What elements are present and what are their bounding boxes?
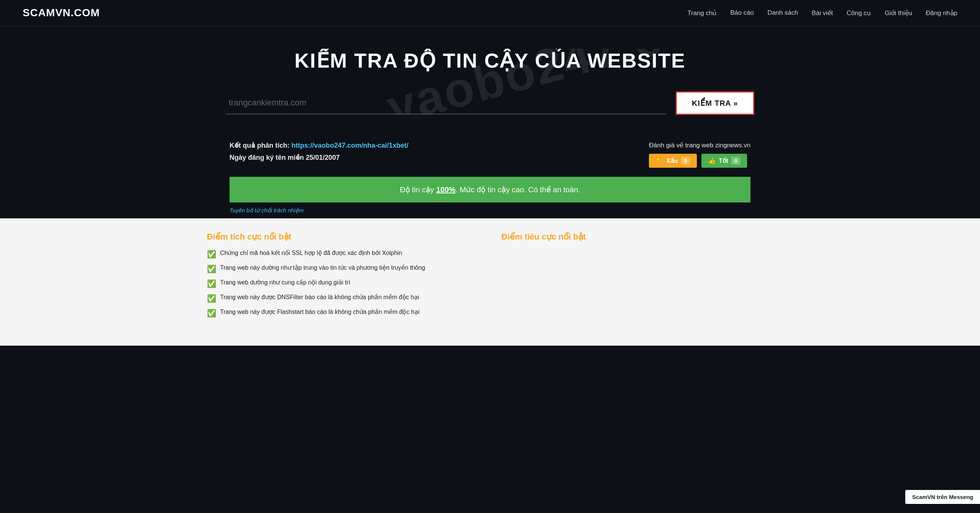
positive-item-3: Trang web này được DNSFilter báo cáo là … xyxy=(220,293,419,301)
nav-home[interactable]: Trang chủ xyxy=(687,9,716,17)
positive-item-2: Trang web dường như cung cấp nội dung gi… xyxy=(220,279,350,286)
analysis-grid: Điểm tích cực nổi bật ✅ Chứng chỉ mã hoá… xyxy=(207,232,773,323)
messenger-label: ScamVN trên Messeng xyxy=(912,494,973,500)
trust-percent: 100% xyxy=(436,185,455,194)
search-input[interactable] xyxy=(226,96,667,109)
disclaimer-link[interactable]: Tuyên bố từ chối trách nhiệm xyxy=(229,207,304,213)
trust-bar: Độ tin cậy 100%. Mức độ tin cậy cao. Có … xyxy=(229,177,751,202)
vote-tot-button[interactable]: 👍 Tốt 0 xyxy=(702,154,747,168)
nav-list[interactable]: Danh sách xyxy=(767,9,798,17)
vote-xau-label: Xấu xyxy=(666,157,678,164)
negative-column: Điểm tiêu cực nổi bật xyxy=(501,232,773,323)
rating-label: Đánh giá về trang web zingnews.vn xyxy=(649,141,751,149)
hero-section: vaobo247.com KIỂM TRA ĐỘ TIN CẬY CỦA WEB… xyxy=(0,26,980,130)
check-icon: ✅ xyxy=(207,250,216,259)
site-logo[interactable]: SCAMVN.COM xyxy=(23,7,100,19)
positive-list: ✅ Chứng chỉ mã hoá kết nối SSL hợp lệ đã… xyxy=(207,249,479,318)
result-right: Đánh giá về trang web zingnews.vn 👎 Xấu … xyxy=(649,141,751,168)
header: SCAMVN.COM Trang chủ Báo cáo Danh sách B… xyxy=(0,0,980,26)
list-item: ✅ Trang web này dường như tập trung vào … xyxy=(207,264,479,274)
check-icon: ✅ xyxy=(207,294,216,303)
nav-about[interactable]: Giới thiệu xyxy=(885,9,912,17)
analysis-section: Điểm tích cực nổi bật ✅ Chứng chỉ mã hoá… xyxy=(0,218,980,346)
search-row: KIỂM TRA » xyxy=(226,91,754,115)
result-left: Kết quả phân tích: https://vaobo247.com/… xyxy=(229,141,409,165)
positive-title: Điểm tích cực nổi bật xyxy=(207,232,479,242)
list-item: ✅ Chứng chỉ mã hoá kết nối SSL hợp lệ đã… xyxy=(207,249,479,259)
vote-xau-count: 0 xyxy=(681,157,690,165)
nav-articles[interactable]: Bài viết xyxy=(811,9,833,17)
thumbsup-icon: 👍 xyxy=(708,157,716,164)
list-item: ✅ Trang web này được Flashstart báo cáo … xyxy=(207,308,479,318)
result-date: Ngày đăng ký tên miền 25/01/2007 xyxy=(229,153,409,162)
result-area: Kết quả phân tích: https://vaobo247.com/… xyxy=(207,130,773,202)
positive-item-0: Chứng chỉ mã hoá kết nối SSL hợp lệ đã đ… xyxy=(220,249,402,256)
thumbsdown-icon: 👎 xyxy=(656,157,663,164)
disclaimer[interactable]: Tuyên bố từ chối trách nhiệm xyxy=(207,202,773,218)
list-item: ✅ Trang web này được DNSFilter báo cáo l… xyxy=(207,293,479,303)
kiemtra-button[interactable]: KIỂM TRA » xyxy=(676,91,754,115)
positive-item-1: Trang web này dường như tập trung vào ti… xyxy=(220,264,425,271)
result-label: Kết quả phân tích: https://vaobo247.com/… xyxy=(229,141,409,150)
search-input-wrap xyxy=(226,92,667,115)
vote-row: 👎 Xấu 0 👍 Tốt 0 xyxy=(649,154,751,168)
messenger-float[interactable]: ScamVN trên Messeng xyxy=(905,490,980,504)
vote-xau-button[interactable]: 👎 Xấu 0 xyxy=(649,154,697,168)
vote-tot-count: 0 xyxy=(731,157,740,165)
trust-text-suffix: . Mức độ tin cậy cao. Có thể an toàn. xyxy=(456,185,580,194)
main-nav: Trang chủ Báo cáo Danh sách Bài viết Côn… xyxy=(687,9,957,17)
positive-column: Điểm tích cực nổi bật ✅ Chứng chỉ mã hoá… xyxy=(207,232,479,323)
hero-title: KIỂM TRA ĐỘ TIN CẬY CỦA WEBSITE xyxy=(23,49,957,73)
nav-tools[interactable]: Công cụ xyxy=(846,9,871,17)
check-icon: ✅ xyxy=(207,264,216,274)
check-icon: ✅ xyxy=(207,279,216,288)
positive-item-4: Trang web này được Flashstart báo cáo là… xyxy=(220,308,419,315)
result-url[interactable]: https://vaobo247.com/nha-cai/1xbet/ xyxy=(291,142,409,149)
vote-tot-label: Tốt xyxy=(719,157,728,164)
trust-text-prefix: Độ tin cậy xyxy=(400,185,436,194)
negative-title: Điểm tiêu cực nổi bật xyxy=(501,232,773,242)
nav-report[interactable]: Báo cáo xyxy=(730,9,754,17)
nav-login[interactable]: Đăng nhập xyxy=(926,9,957,17)
check-icon: ✅ xyxy=(207,309,216,318)
list-item: ✅ Trang web dường như cung cấp nội dung … xyxy=(207,279,479,288)
